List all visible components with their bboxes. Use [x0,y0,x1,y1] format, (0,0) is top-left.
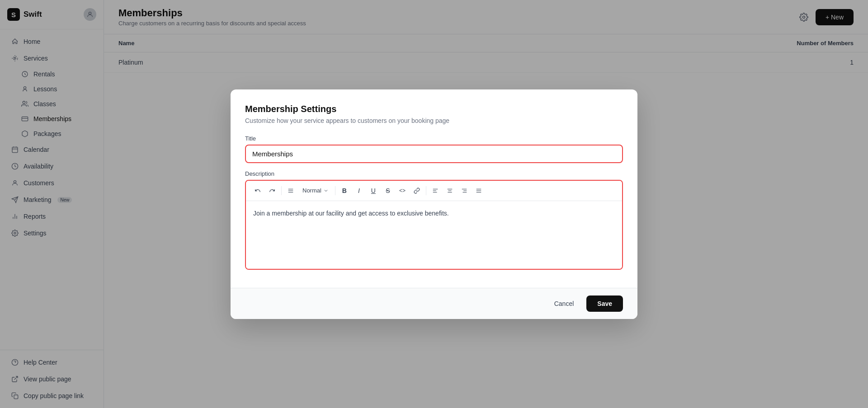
title-form-group: Title [245,135,623,163]
align-right-button[interactable] [458,184,471,197]
toolbar-divider-3 [426,186,426,195]
align-center-button[interactable] [443,184,456,197]
modal-overlay[interactable]: Membership Settings Customize how your s… [0,0,868,408]
underline-button[interactable]: U [367,184,380,197]
modal-body: Membership Settings Customize how your s… [231,89,637,288]
toolbar-divider-1 [281,186,282,195]
modal-title: Membership Settings [245,104,623,114]
align-left-button[interactable] [429,184,442,197]
redo-button[interactable] [266,184,278,197]
undo-button[interactable] [251,184,264,197]
description-editor[interactable]: Join a membership at our facility and ge… [246,201,622,269]
title-input[interactable] [245,145,623,163]
editor-wrapper: Normal B I U S <> [245,180,623,270]
modal-footer: Cancel Save [231,288,637,319]
toolbar-divider-2 [335,186,335,195]
code-button[interactable]: <> [396,184,409,197]
modal-subtitle: Customize how your service appears to cu… [245,117,623,124]
justify-button[interactable] [472,184,485,197]
membership-settings-modal: Membership Settings Customize how your s… [231,89,637,319]
link-button[interactable] [410,184,423,197]
align-icon-button[interactable] [284,184,297,197]
italic-button[interactable]: I [353,184,365,197]
editor-toolbar: Normal B I U S <> [246,181,622,201]
format-dropdown[interactable]: Normal [299,185,332,196]
cancel-button[interactable]: Cancel [547,296,581,311]
strikethrough-button[interactable]: S [382,184,394,197]
save-button[interactable]: Save [586,295,623,312]
description-form-group: Description [245,170,623,270]
title-label: Title [245,135,623,142]
description-label: Description [245,170,623,177]
format-dropdown-label: Normal [302,187,321,194]
bold-button[interactable]: B [338,184,351,197]
